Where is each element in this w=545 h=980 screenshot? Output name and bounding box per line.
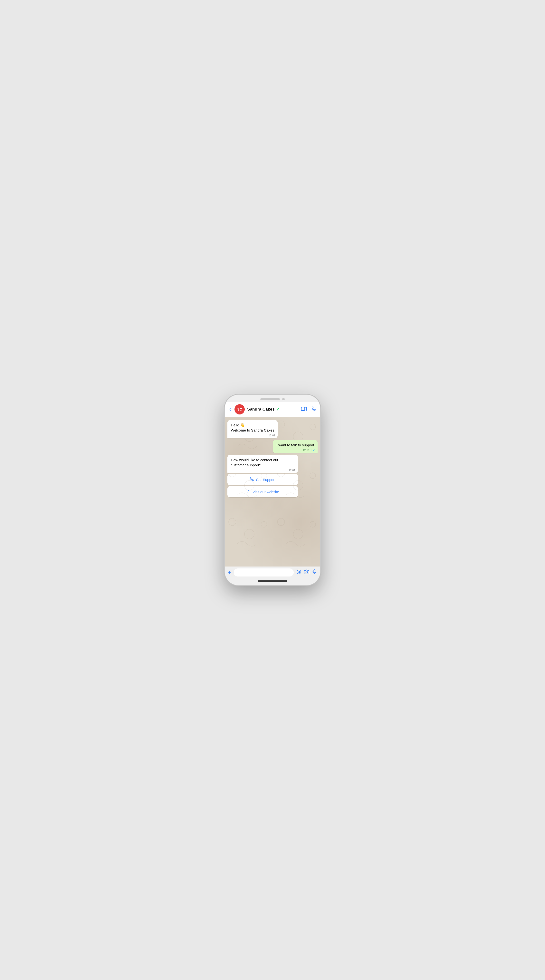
visit-website-button[interactable]: Visit our website	[228, 486, 298, 497]
svg-point-4	[306, 571, 308, 573]
svg-rect-1	[297, 570, 301, 574]
home-bar	[258, 581, 287, 582]
bot-question-time: 12:01	[288, 469, 295, 472]
visit-website-icon	[246, 489, 250, 495]
call-support-button[interactable]: Call support	[228, 474, 298, 485]
message-text-2: I want to talk to support	[276, 442, 314, 448]
svg-rect-5	[314, 570, 315, 572]
bot-message-group: How would like to contact our customer s…	[228, 455, 298, 497]
back-button[interactable]: ‹	[228, 406, 232, 412]
input-bar: +	[225, 566, 320, 578]
message-sent-1: I want to talk to support 12:01 ✓✓	[273, 440, 317, 453]
message-time-1: 12:01	[269, 434, 276, 437]
phone-call-icon[interactable]	[311, 406, 317, 413]
add-button[interactable]: +	[228, 569, 231, 576]
video-call-icon[interactable]	[301, 407, 307, 412]
bot-question-text: How would like to contact our customer s…	[231, 457, 295, 468]
message-text-1: Hello 👋Welcome to Sandra Cakes	[231, 423, 274, 433]
phone-frame: ‹ SC Sandra Cakes ✔ Hello 👋Welcome to S	[225, 395, 320, 585]
camera-icon[interactable]	[304, 569, 309, 576]
svg-point-2	[298, 571, 298, 572]
mic-icon[interactable]	[312, 569, 317, 576]
contact-name: Sandra Cakes	[247, 407, 274, 412]
phone-top-bar	[225, 395, 320, 402]
chat-header: ‹ SC Sandra Cakes ✔	[225, 402, 320, 417]
call-support-icon	[250, 477, 254, 482]
header-actions	[301, 406, 317, 413]
message-time-2: 12:01 ✓✓	[303, 448, 315, 452]
svg-point-3	[299, 571, 300, 572]
avatar: SC	[234, 404, 245, 414]
visit-website-label: Visit our website	[252, 490, 279, 494]
message-input[interactable]	[234, 568, 294, 576]
verified-icon: ✔	[276, 407, 280, 412]
svg-rect-0	[301, 407, 305, 410]
call-support-label: Call support	[256, 477, 276, 482]
notch-pill	[260, 398, 280, 400]
contact-info: Sandra Cakes ✔	[247, 407, 299, 412]
chat-area: Hello 👋Welcome to Sandra Cakes 12:01 I w…	[225, 417, 320, 566]
sticker-icon[interactable]	[296, 569, 301, 576]
message-received-1: Hello 👋Welcome to Sandra Cakes 12:01	[228, 420, 277, 438]
front-camera	[282, 398, 285, 400]
bot-question-bubble: How would like to contact our customer s…	[228, 455, 298, 473]
home-indicator	[225, 578, 320, 585]
